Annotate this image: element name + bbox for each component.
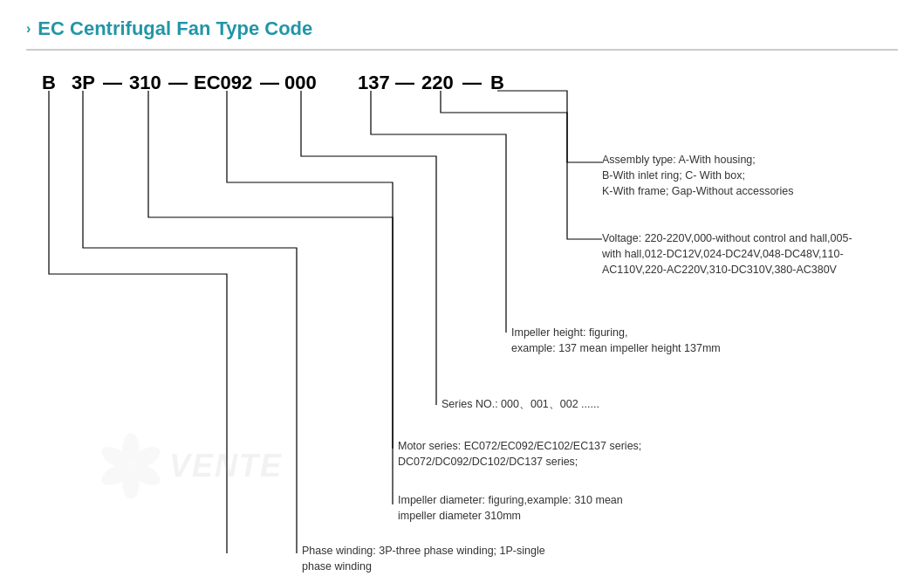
- svg-text:—: —: [103, 72, 122, 93]
- title-section: › EC Centrifugal Fan Type Code: [26, 17, 898, 40]
- watermark-text: VENTE: [169, 448, 283, 484]
- svg-text:—: —: [462, 72, 482, 93]
- svg-text:000: 000: [284, 72, 317, 93]
- svg-text:B: B: [42, 72, 56, 93]
- series-no-annotation: Series NO.: 000、001、002 ......: [441, 396, 599, 412]
- svg-text:220: 220: [421, 72, 454, 93]
- assembly-annotation: Assembly type: A-With housing; B-With in…: [602, 152, 794, 199]
- page: › EC Centrifugal Fan Type Code B 3P — 31…: [0, 0, 924, 583]
- page-title: EC Centrifugal Fan Type Code: [38, 17, 312, 40]
- phase-winding-annotation: Phase winding: 3P-three phase winding; 1…: [302, 543, 545, 574]
- svg-point-16: [122, 468, 139, 498]
- watermark: VENTE: [96, 431, 283, 501]
- svg-text:EC092: EC092: [194, 72, 252, 93]
- motor-series-annotation: Motor series: EC072/EC092/EC102/EC137 se…: [398, 438, 641, 470]
- impeller-height-annotation: Impeller height: figuring, example: 137 …: [511, 325, 721, 356]
- svg-point-17: [99, 460, 133, 490]
- title-chevron: ›: [26, 21, 31, 37]
- diagram-svg: B 3P — 310 — EC092 — 000 137 — 220 — B: [26, 65, 898, 553]
- svg-point-15: [128, 460, 163, 490]
- svg-point-13: [122, 433, 139, 463]
- impeller-diameter-annotation: Impeller diameter: figuring,example: 310…: [398, 492, 623, 524]
- svg-text:B: B: [490, 72, 504, 93]
- svg-point-14: [128, 442, 163, 472]
- svg-text:—: —: [168, 72, 188, 93]
- diagram-area: B 3P — 310 — EC092 — 000 137 — 220 — B: [26, 65, 898, 553]
- svg-text:310: 310: [129, 72, 161, 93]
- svg-text:—: —: [260, 72, 279, 93]
- watermark-fan-icon: [96, 431, 166, 501]
- voltage-annotation: Voltage: 220-220V,000-without control an…: [602, 230, 852, 278]
- svg-point-19: [126, 461, 137, 472]
- svg-text:—: —: [395, 72, 414, 93]
- svg-point-18: [99, 442, 133, 472]
- title-divider: [26, 49, 898, 51]
- svg-text:3P: 3P: [72, 72, 95, 93]
- svg-text:137: 137: [358, 72, 390, 93]
